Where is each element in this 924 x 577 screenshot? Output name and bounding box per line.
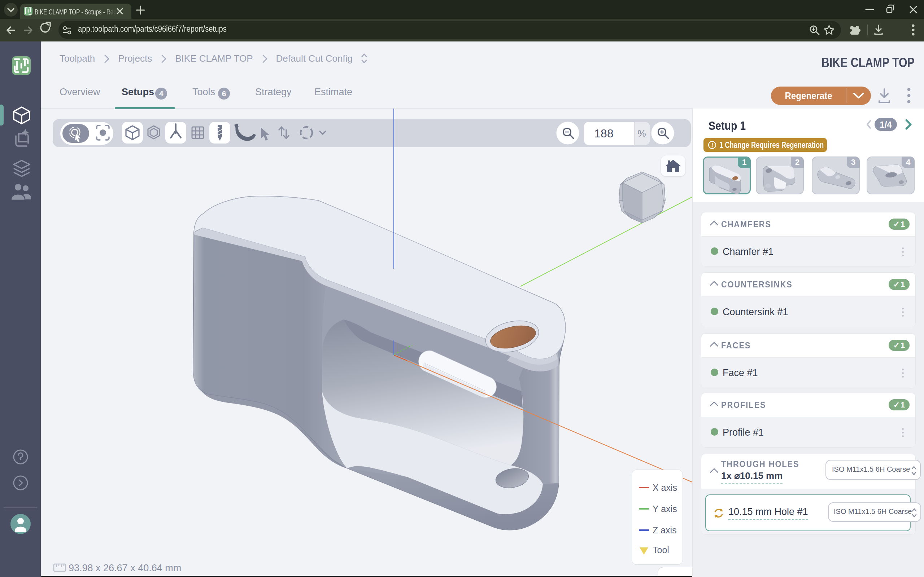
svg-text:Z axis: Z axis (653, 525, 677, 535)
svg-text:Y axis: Y axis (653, 504, 677, 514)
svg-text:Tool: Tool (653, 545, 669, 555)
svg-text:X axis: X axis (653, 482, 677, 493)
